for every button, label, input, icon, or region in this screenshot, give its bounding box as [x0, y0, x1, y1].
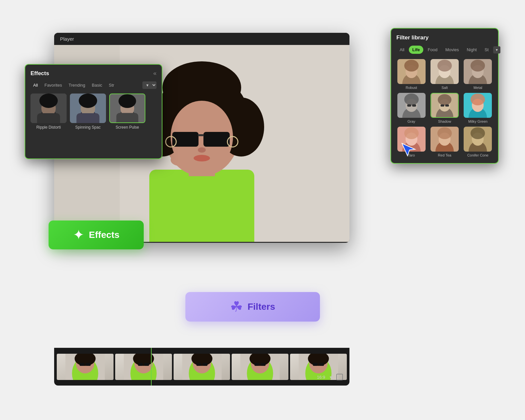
effects-badge[interactable]: ✦ Effects — [49, 220, 144, 249]
effects-panel: Effects « All Favorites Trending Basic S… — [25, 64, 162, 159]
effect-thumb-screenpulse — [109, 94, 145, 123]
svg-rect-11 — [172, 132, 199, 147]
svg-point-86 — [438, 94, 452, 105]
filter-item-red-tea[interactable]: Red Tea — [430, 127, 459, 157]
filter-item-metal[interactable]: Metal — [463, 59, 493, 90]
effects-tab-favorites[interactable]: Favorites — [42, 81, 64, 89]
filter-tab-all[interactable]: All — [396, 46, 408, 54]
arrow-cursor — [400, 140, 417, 157]
svg-point-100 — [437, 127, 452, 139]
filter-item-salt[interactable]: Salt — [430, 59, 459, 90]
filter-thumb-shadow — [430, 93, 459, 118]
effect-label-screenpulse: Screen Pulse — [116, 125, 139, 130]
filters-badge[interactable]: ☘ Filters — [185, 292, 320, 322]
effects-panel-title: Effects — [31, 70, 49, 77]
filter-item-conifer-cone[interactable]: Conifer Cone — [463, 127, 493, 157]
filter-thumb-metal — [464, 59, 492, 84]
filter-label-shadow: Shadow — [438, 119, 451, 123]
effect-item-screenpulse[interactable]: Screen Pulse — [109, 94, 145, 130]
svg-point-58 — [79, 94, 97, 108]
timeline-thumb-1 — [57, 354, 114, 380]
svg-point-92 — [471, 94, 485, 105]
timeline-strip: 16:9 ▾ — [54, 348, 349, 386]
svg-rect-30 — [144, 363, 149, 366]
filter-label-metal: Metal — [473, 86, 482, 90]
filter-label-conifer-cone: Conifer Cone — [467, 153, 489, 157]
svg-point-72 — [437, 60, 452, 72]
svg-point-14 — [198, 147, 206, 153]
svg-point-15 — [194, 155, 210, 161]
filter-label-salt: Salt — [442, 86, 448, 90]
timeline-thumb-4 — [232, 354, 288, 380]
svg-rect-64 — [116, 113, 138, 122]
timeline-thumb-2 — [115, 354, 172, 380]
effects-tab-str[interactable]: Str — [106, 81, 117, 89]
filter-thumb-gray — [397, 93, 426, 118]
svg-rect-54 — [37, 113, 60, 123]
filter-label-robust: Robust — [406, 86, 417, 90]
filters-badge-label: Filters — [247, 302, 275, 312]
effects-badge-label: Effects — [89, 230, 119, 240]
player-title: Player — [60, 36, 74, 42]
effects-tab-basic[interactable]: Basic — [89, 81, 105, 89]
svg-point-80 — [404, 94, 419, 105]
effects-panel-close[interactable]: « — [153, 70, 157, 77]
svg-rect-82 — [412, 104, 416, 107]
svg-point-104 — [471, 127, 485, 139]
filter-item-gray[interactable]: Gray — [396, 93, 426, 123]
filter-thumb-robust — [397, 59, 426, 84]
filter-tab-life[interactable]: Life — [409, 46, 423, 54]
effects-tab-dropdown[interactable]: ▾ — [142, 81, 157, 89]
svg-rect-42 — [261, 363, 266, 366]
svg-point-53 — [39, 94, 58, 108]
filter-label-gray: Gray — [408, 119, 415, 123]
effect-item-ripple[interactable]: Ripple Distorti — [31, 94, 67, 130]
svg-rect-13 — [198, 134, 204, 136]
filter-thumb-red-tea — [430, 127, 459, 152]
svg-rect-41 — [255, 363, 260, 366]
svg-point-63 — [118, 94, 136, 108]
svg-rect-81 — [407, 104, 411, 107]
chevron-down-icon[interactable]: ▾ — [330, 375, 332, 379]
effect-item-spinning[interactable]: Spinning Spac — [70, 94, 106, 130]
filter-tab-night[interactable]: Night — [463, 46, 480, 54]
effects-panel-header: Effects « — [31, 70, 157, 77]
filter-thumb-conifer-cone — [464, 127, 492, 152]
effects-tab-all[interactable]: All — [31, 81, 40, 89]
filter-panel-title: Filter library — [396, 34, 493, 41]
svg-point-76 — [471, 60, 485, 72]
svg-rect-23 — [79, 363, 84, 366]
svg-point-96 — [404, 127, 419, 139]
player-titlebar: Player — [54, 33, 349, 45]
svg-rect-29 — [138, 363, 143, 366]
aspect-ratio-label[interactable]: 16:9 — [317, 375, 325, 380]
svg-rect-88 — [445, 104, 449, 107]
filter-thumb-milky-green — [464, 93, 492, 118]
svg-rect-59 — [76, 113, 99, 123]
filter-tab-more-button[interactable]: ▾ — [493, 46, 500, 53]
filter-thumb-salt — [430, 59, 459, 84]
fullscreen-button[interactable] — [336, 374, 343, 380]
effects-tab-trending[interactable]: Trending — [66, 81, 88, 89]
filter-tabs-row: All Life Food Movies Night St ▾ — [396, 46, 493, 54]
svg-rect-36 — [202, 363, 207, 366]
effects-grid: Ripple Distorti Spinning Spac — [31, 94, 157, 130]
svg-rect-47 — [313, 363, 318, 366]
effect-label-spinning: Spinning Spac — [75, 125, 100, 130]
svg-rect-87 — [441, 104, 444, 107]
effect-label-ripple: Ripple Distorti — [36, 125, 61, 130]
svg-rect-35 — [196, 363, 201, 366]
svg-rect-3 — [149, 170, 254, 242]
effect-thumb-ripple — [31, 94, 67, 123]
filter-item-robust[interactable]: Robust — [396, 59, 426, 90]
effects-tabs-row: All Favorites Trending Basic Str ▾ — [31, 81, 157, 89]
filter-tab-food[interactable]: Food — [425, 46, 441, 54]
filter-label-red-tea: Red Tea — [438, 153, 452, 157]
filter-item-milky-green[interactable]: Milky Green — [463, 93, 493, 123]
filter-tab-movies[interactable]: Movies — [442, 46, 462, 54]
svg-rect-12 — [203, 132, 230, 147]
filter-tab-st[interactable]: St — [481, 46, 492, 54]
filter-item-shadow[interactable]: Shadow — [430, 93, 459, 123]
svg-rect-24 — [86, 363, 91, 366]
svg-rect-48 — [319, 363, 324, 366]
